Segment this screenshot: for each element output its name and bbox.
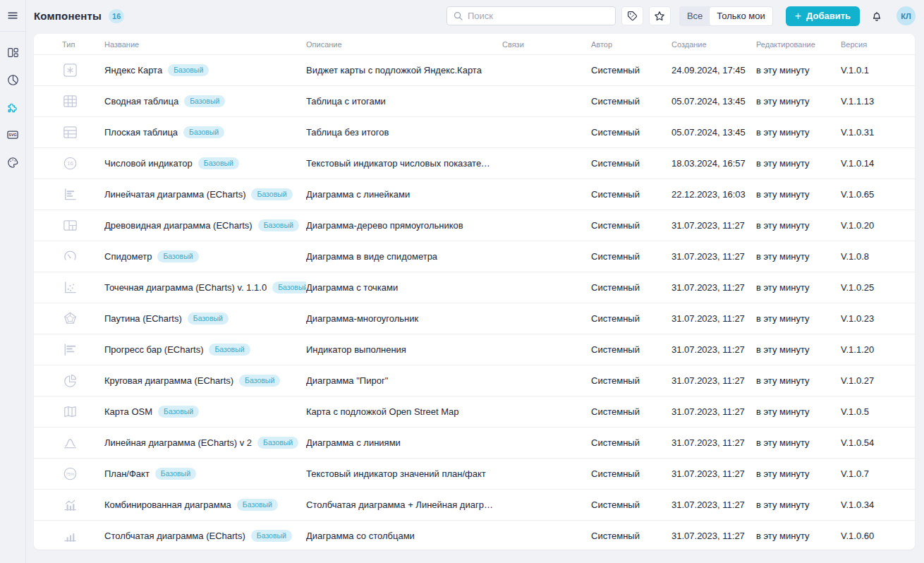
search-icon [453, 11, 463, 21]
table-row[interactable]: 16Числовой индикаторБазовыйТекстовый инд… [34, 148, 915, 179]
component-name: Древовидная диаграмма (ECharts) [104, 220, 253, 231]
table-row[interactable]: 75%План/ФактБазовыйТекстовый индикатор з… [34, 459, 915, 490]
component-name-cell: Плоская таблицаБазовый [104, 126, 306, 138]
base-type-badge: Базовый [168, 64, 209, 76]
components-count-badge: 16 [109, 9, 124, 23]
sidebar-item-puzzle[interactable] [4, 98, 22, 116]
bar-vertical-icon [62, 528, 78, 544]
component-created: 31.07.2023, 11:27 [671, 531, 756, 541]
user-avatar[interactable]: КЛ [896, 6, 916, 25]
base-type-badge: Базовый [198, 157, 239, 169]
component-author: Системный [591, 158, 671, 169]
component-name: Комбинированная диаграмма [104, 500, 231, 510]
favorites-filter-button[interactable] [649, 6, 671, 25]
component-type-cell [62, 93, 104, 109]
tags-filter-button[interactable] [621, 6, 643, 25]
component-created: 31.07.2023, 11:27 [671, 282, 756, 293]
component-type-cell [62, 435, 104, 451]
tag-icon [626, 10, 638, 22]
table-row[interactable]: Линейчатая диаграмма (ECharts)БазовыйДиа… [34, 179, 915, 210]
add-component-button[interactable]: + Добавить [786, 6, 860, 26]
table-row[interactable]: Круговая диаграмма (ECharts)БазовыйДиагр… [34, 365, 915, 396]
component-version: V.1.0.27 [841, 375, 915, 386]
column-header: Связи [502, 40, 591, 49]
palette-icon [6, 156, 20, 169]
table-row[interactable]: Сводная таблицаБазовыйТаблица с итогамиС… [34, 86, 915, 117]
sidebar-item-svg-badge[interactable]: SVG [4, 126, 22, 144]
component-created: 05.07.2024, 13:45 [671, 127, 756, 138]
base-type-badge: Базовый [272, 282, 306, 293]
component-description: Таблица без итогов [306, 127, 502, 138]
sidebar-item-layout-grid[interactable] [4, 43, 22, 61]
component-author: Системный [591, 282, 671, 293]
component-description: Диаграмма с точками [306, 282, 502, 293]
table-row[interactable]: Плоская таблицаБазовыйТаблица без итогов… [34, 117, 915, 148]
component-created: 31.07.2023, 11:27 [671, 251, 756, 262]
component-name: Плоская таблица [104, 127, 178, 138]
component-created: 18.03.2024, 16:57 [671, 158, 756, 169]
component-edited: в эту минуту [756, 158, 841, 169]
component-created: 22.12.2023, 16:03 [671, 189, 756, 200]
table-row[interactable]: Древовидная диаграмма (ECharts)БазовыйДи… [34, 210, 915, 241]
base-type-badge: Базовый [251, 530, 292, 542]
component-type-cell [62, 248, 104, 265]
component-type-cell: 16 [62, 155, 104, 171]
component-version: V.1.0.65 [841, 189, 915, 200]
component-created: 31.07.2023, 11:27 [671, 468, 756, 479]
component-version: V.1.0.8 [841, 251, 915, 262]
component-edited: в эту минуту [756, 468, 841, 479]
component-name: План/Факт [104, 468, 150, 479]
table-row[interactable]: СпидометрБазовыйДиаграмма в виде спидоме… [34, 241, 915, 272]
sidebar-top [0, 0, 25, 32]
map-osm-icon [62, 404, 78, 420]
flat-table-icon [62, 124, 78, 140]
component-name-cell: Линейчатая диаграмма (ECharts)Базовый [104, 188, 306, 200]
progress-bar-icon [62, 341, 78, 358]
layout-grid-icon [6, 46, 20, 59]
column-header: Создание [671, 40, 756, 49]
table-row[interactable]: Столбчатая диаграмма (ECharts)БазовыйДиа… [34, 521, 915, 550]
component-description: Диаграмма со столбцами [306, 531, 502, 541]
sidebar-item-pie-chart[interactable] [4, 71, 22, 89]
component-name-cell: План/ФактБазовый [104, 468, 306, 480]
component-name-cell: Столбчатая диаграмма (ECharts)Базовый [104, 530, 306, 542]
component-version: V.1.0.23 [841, 313, 915, 324]
component-description: Таблица с итогами [306, 96, 502, 107]
component-edited: в эту минуту [756, 406, 841, 417]
component-version: V.1.0.25 [841, 282, 915, 293]
component-edited: в эту минуту [756, 375, 841, 386]
notifications-button[interactable] [867, 6, 887, 26]
component-edited: в эту минуту [756, 251, 841, 262]
menu-hamburger-icon[interactable] [3, 6, 23, 25]
component-author: Системный [591, 313, 671, 324]
column-header: Описание [306, 40, 502, 49]
component-description: Диаграмма-многоугольник [306, 313, 502, 324]
table-row[interactable]: Прогресс бар (ECharts)БазовыйИндикатор в… [34, 334, 915, 365]
component-author: Системный [591, 531, 671, 541]
toggle-only-mine-option[interactable]: Только мои [710, 7, 772, 25]
table-row[interactable]: Карта OSMБазовыйКарта с подложкой Open S… [34, 396, 915, 428]
topbar: Компоненты 16 Все Только мои + Добавить … [26, 0, 924, 32]
sidebar-nav: SVG [4, 43, 22, 171]
toggle-all-option[interactable]: Все [680, 7, 710, 25]
component-name-cell: Карта OSMБазовый [104, 406, 306, 418]
table-row[interactable]: Точечная диаграмма (ECharts) v. 1.1.0Баз… [34, 272, 915, 303]
component-name-cell: Круговая диаграмма (ECharts)Базовый [104, 375, 306, 387]
component-edited: в эту минуту [756, 437, 841, 448]
component-name-cell: Яндекс КартаБазовый [104, 64, 306, 76]
table-row[interactable]: Паутина (ECharts)БазовыйДиаграмма-многоу… [34, 303, 915, 334]
svg-text:16: 16 [67, 160, 73, 167]
search-input[interactable] [468, 11, 609, 21]
pivot-table-icon [62, 93, 78, 109]
base-type-badge: Базовый [258, 219, 299, 231]
component-name: Спидометр [104, 251, 152, 262]
component-created: 31.07.2023, 11:27 [671, 344, 756, 355]
sidebar-item-palette[interactable] [4, 153, 22, 171]
table-row[interactable]: Яндекс КартаБазовыйВиджет карты с подлож… [34, 55, 915, 86]
table-row[interactable]: Комбинированная диаграммаБазовыйСтолбчат… [34, 490, 915, 521]
column-header: Тип [62, 40, 104, 49]
table-row[interactable]: Линейная диаграмма (ECharts) v 2БазовыйД… [34, 428, 915, 459]
sidebar: SVG [0, 0, 26, 563]
component-edited: в эту минуту [756, 65, 841, 75]
component-created: 31.07.2023, 11:27 [671, 500, 756, 510]
